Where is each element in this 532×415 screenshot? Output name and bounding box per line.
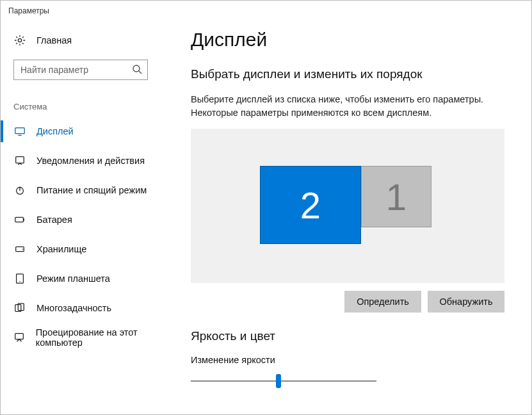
brightness-label: Изменение яркости [191,355,504,365]
sidebar: Главная Система Дисплей [1,21,177,415]
sidebar-item-tablet[interactable]: Режим планшета [1,264,177,293]
monitor-2[interactable]: 2 [260,166,361,244]
sidebar-section-label: Система [1,80,177,117]
brightness-slider[interactable] [191,374,376,389]
svg-rect-3 [16,157,24,163]
home-label: Главная [36,35,72,45]
content-area: Дисплей Выбрать дисплеи и изменить их по… [177,21,531,415]
display-buttons-row: Определить Обнаружить [191,291,504,313]
sidebar-item-notifications[interactable]: Уведомления и действия [1,146,177,175]
svg-point-7 [22,248,23,249]
sidebar-item-label: Питание и спящий режим [36,185,147,195]
svg-point-9 [19,281,20,282]
svg-rect-2 [15,128,24,134]
display-arrangement-box[interactable]: 2 1 [191,129,504,283]
search-input[interactable] [14,60,147,79]
arrange-heading: Выбрать дисплеи и изменить их порядок [191,67,504,81]
identify-button[interactable]: Определить [344,291,421,313]
svg-rect-5 [15,217,24,222]
search-box[interactable] [13,60,148,80]
monitor-1[interactable]: 1 [361,166,431,227]
sidebar-item-power[interactable]: Питание и спящий режим [1,175,177,205]
window-title-bar: Параметры [1,1,531,21]
monitor-2-label: 2 [300,184,321,227]
brightness-heading: Яркость и цвет [191,329,504,343]
svg-rect-12 [15,334,24,339]
detect-button[interactable]: Обнаружить [428,291,504,313]
sidebar-item-label: Режим планшета [36,273,110,284]
sidebar-item-battery[interactable]: Батарея [1,205,177,234]
sidebar-nav: Дисплей Уведомления и действия Питание и… [1,117,177,352]
sidebar-item-projecting[interactable]: Проецирование на этот компьютер [1,323,177,352]
sidebar-item-label: Уведомления и действия [36,156,145,166]
sidebar-item-label: Дисплей [36,126,74,136]
sidebar-item-multitasking[interactable]: Многозадачность [1,293,177,323]
sidebar-item-label: Многозадачность [36,303,111,313]
display-icon [13,125,26,138]
sidebar-item-label: Проецирование на этот компьютер [36,327,177,348]
projecting-icon [13,331,26,344]
slider-track [191,380,376,382]
notifications-icon [13,154,26,167]
slider-thumb[interactable] [276,374,281,388]
arrange-description: Выберите дисплей из списка ниже, чтобы и… [191,93,504,120]
storage-icon [13,243,26,256]
sidebar-item-storage[interactable]: Хранилище [1,234,177,264]
power-icon [13,184,26,197]
window-title: Параметры [8,6,49,15]
sidebar-item-display[interactable]: Дисплей [1,117,177,146]
home-button[interactable]: Главная [1,30,177,51]
tablet-icon [13,272,26,285]
svg-point-0 [18,38,21,42]
sidebar-item-label: Батарея [36,215,72,225]
monitor-1-label: 1 [386,175,407,218]
multitasking-icon [13,302,26,314]
gear-icon [13,34,26,47]
battery-icon [13,213,26,226]
sidebar-item-label: Хранилище [36,244,86,254]
page-title: Дисплей [191,29,504,51]
